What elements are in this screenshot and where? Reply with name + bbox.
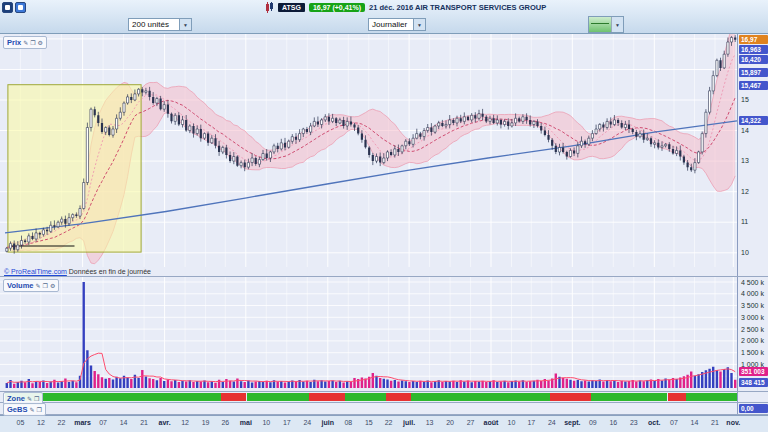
price-tick-label: 11	[741, 218, 748, 225]
week-axis-label: 12	[181, 419, 189, 426]
week-axis-label: 09	[589, 419, 597, 426]
zone-green-segment	[591, 393, 668, 401]
zone-red-segment	[221, 393, 247, 401]
quote-badge: 16,97 (+0,41%)	[309, 3, 365, 12]
symbol-badge: ATSG	[278, 3, 305, 12]
week-axis-label: 20	[446, 419, 454, 426]
week-axis-label: 27	[467, 419, 475, 426]
volume-chart[interactable]	[0, 277, 737, 391]
zone-green-segment	[411, 393, 550, 401]
zone-pane-label: Zone	[7, 394, 25, 403]
week-axis-label: 10	[508, 419, 516, 426]
data-note: Données en fin de journée	[69, 268, 151, 275]
month-axis-label: sept.	[564, 419, 580, 426]
week-axis-label: 10	[262, 419, 270, 426]
pane-edit-icon[interactable]: ✎	[27, 396, 32, 402]
grid-layer	[0, 277, 737, 388]
price-tick-label: 13	[741, 157, 749, 164]
price-tick-label: 10	[741, 249, 749, 256]
price-badge: 15,467	[739, 81, 768, 90]
week-axis-label: 07	[99, 419, 107, 426]
week-axis-label: 16	[609, 419, 617, 426]
month-axis-label: mai	[240, 419, 252, 426]
price-scale[interactable]: 15141312111016,9716,96316,42015,89715,46…	[737, 34, 768, 276]
pane-window-icon[interactable]: ❐	[34, 396, 39, 402]
volume-tick-label: 3 000 k	[741, 314, 764, 321]
price-chart[interactable]	[0, 34, 737, 276]
price-badge: 14,322	[739, 116, 768, 125]
gebs-pane-label: GeBS	[7, 405, 27, 414]
volume-tick-label: 4 500 k	[741, 279, 764, 286]
volume-tick-label: 1 500 k	[741, 349, 764, 356]
price-pane: Prix ✎ ❐ ⚙ 15141312111016,9716,96316,420…	[0, 34, 768, 277]
chevron-down-icon[interactable]: ▼	[413, 19, 425, 30]
volume-tick-label: 3 500 k	[741, 302, 764, 309]
zone-red-segment	[668, 393, 686, 401]
week-axis-label: 21	[711, 419, 719, 426]
volume-pane-chip: Volume ✎ ❐ ⚙	[3, 279, 59, 292]
price-tick-label: 15	[741, 96, 749, 103]
pane-edit-icon[interactable]: ✎	[36, 283, 41, 289]
app-grid-icon[interactable]	[15, 2, 26, 13]
pane-edit-icon[interactable]: ✎	[23, 40, 28, 46]
volume-tick-label: 2 000 k	[741, 337, 764, 344]
week-axis-label: 13	[426, 419, 434, 426]
month-axis-label: avr.	[159, 419, 171, 426]
toolbar-row-controls: 200 unités ▼ Journalier ▼ ▼	[0, 16, 768, 33]
week-axis-label: 15	[365, 419, 373, 426]
chart-thumbnail-icon	[589, 17, 612, 32]
volume-pane-label: Volume	[7, 281, 34, 290]
units-dropdown-value: 200 unités	[129, 19, 179, 30]
pane-window-icon[interactable]: ❐	[36, 407, 41, 413]
week-axis-label: 12	[37, 419, 45, 426]
week-axis-label: 24	[548, 419, 556, 426]
price-badge: 16,963	[739, 45, 768, 54]
chevron-down-icon[interactable]: ▼	[612, 17, 623, 32]
volume-scale[interactable]: 4 500 k4 000 k3 500 k3 000 k2 500 k2 000…	[737, 277, 768, 391]
toolbar-row-info: ATSG 16,97 (+0,41%) 21 déc. 2016 AIR TRA…	[0, 0, 768, 16]
units-dropdown[interactable]: 200 unités ▼	[128, 18, 192, 31]
zone-green-segment	[686, 393, 737, 401]
month-axis-label: juin	[322, 419, 334, 426]
chart-style-button[interactable]: ▼	[588, 16, 624, 33]
gebs-badge: 0,00	[739, 404, 768, 413]
week-axis-label: 07	[670, 419, 678, 426]
gebs-scale: 0,00	[737, 403, 768, 414]
pane-window-icon[interactable]: ❐	[43, 283, 48, 289]
window-menu-icon[interactable]	[2, 2, 13, 13]
price-pane-label: Prix	[7, 38, 21, 47]
chevron-down-icon[interactable]: ▼	[179, 19, 191, 30]
month-axis-label: août	[484, 419, 499, 426]
volume-pane: Volume ✎ ❐ ⚙ 4 500 k4 000 k3 500 k3 000 …	[0, 277, 768, 392]
pane-settings-icon[interactable]: ⚙	[50, 283, 55, 289]
pane-settings-icon[interactable]: ⚙	[38, 40, 43, 46]
volume-badge: 351 003	[739, 367, 768, 376]
volume-tick-label: 4 000 k	[741, 290, 764, 297]
month-axis-label: juil.	[403, 419, 415, 426]
week-axis-label: 23	[630, 419, 638, 426]
pane-edit-icon[interactable]: ✎	[29, 407, 34, 413]
window-controls	[2, 2, 26, 13]
instrument-info: ATSG 16,97 (+0,41%) 21 déc. 2016 AIR TRA…	[265, 2, 546, 13]
week-axis-label: 14	[120, 419, 128, 426]
copyright-line: © ProRealTime.com Données en fin de jour…	[4, 268, 151, 275]
week-axis-label: 26	[221, 419, 229, 426]
prorealtime-link[interactable]: © ProRealTime.com	[4, 268, 67, 275]
time-axis[interactable]: 051222mars071421avr.121926mai101724juin0…	[0, 415, 768, 432]
zone-green-segment	[345, 393, 385, 401]
week-axis-label: 17	[527, 419, 535, 426]
zone-pane: Zone ✎ ❐	[0, 392, 768, 403]
volume-badge: 348 415	[739, 378, 768, 387]
candlestick-icon	[265, 2, 274, 13]
price-tick-label: 14	[741, 127, 749, 134]
week-axis-label: 24	[303, 419, 311, 426]
month-axis-label: oct.	[648, 419, 660, 426]
zone-red-segment	[309, 393, 346, 401]
volume-tick-label: 2 500 k	[741, 326, 764, 333]
week-axis-label: 22	[57, 419, 65, 426]
zone-scale	[737, 392, 768, 402]
price-badge: 16,97	[739, 35, 768, 44]
pane-window-icon[interactable]: ❐	[30, 40, 35, 46]
timeframe-dropdown[interactable]: Journalier ▼	[368, 18, 426, 31]
instrument-title: 21 déc. 2016 AIR TRANSPORT SERVICES GROU…	[369, 3, 546, 12]
